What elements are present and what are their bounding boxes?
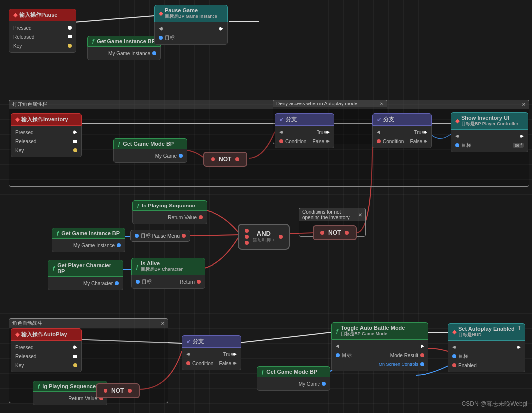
branch1-node: ↙ 分支 True Condition False <box>275 113 334 148</box>
pause-game-node: ◆ Pause Game 目标是BP Game Instance 目标 <box>154 5 228 45</box>
is-alive-node: ƒ Is Alive 目标是BP Character 目标 Return <box>131 258 205 289</box>
not-node-2: NOT <box>313 225 357 240</box>
autoplay-input-node: ◆ 输入操作AutoPlay Pressed Released Key <box>11 328 82 372</box>
target-pin <box>159 36 163 40</box>
toggle-auto-battle-node: ƒ Toggle Auto Battle Mode 目标是BP Game Mod… <box>331 322 428 371</box>
pause-menu-node: 目标 Pause Menu <box>130 230 190 242</box>
branch2-node: ↙ 分支 True Condition False <box>372 113 432 148</box>
watermark: CSDN @暮志未晚Webgl <box>462 400 527 408</box>
inventory-input-node: ◆ 输入操作Inventory Pressed Released Key <box>11 113 82 157</box>
set-autoplay-enabled-node: ◆ Set Autoplay Enabled 目标是HUD ⬆ 目标 Enabl… <box>448 323 525 372</box>
pressed-pin <box>68 26 72 30</box>
is-playing-sequence-node: ƒ Is Playing Sequence Return Value <box>132 200 207 224</box>
pause-input-node: ◆ 输入操作Pause Pressed Released Key <box>9 9 76 53</box>
diamond-icon: ◆ <box>13 12 17 18</box>
get-game-instance-pause-node: ƒ Get Game Instance BP My Game Instance <box>87 36 161 60</box>
get-player-character-node: ƒ Get Player Character BP My Character <box>48 260 123 290</box>
show-inventory-node: ◆ Show Inventory UI 目标是BP Player Control… <box>451 112 528 152</box>
exec-out-pin <box>219 26 223 31</box>
get-game-instance-main-node: ƒ Get Game Instance BP My Game Instance <box>52 228 125 252</box>
and-node: AND 添加引脚 + <box>238 224 290 250</box>
released-pin <box>68 35 72 38</box>
exec-in-pin <box>159 26 163 31</box>
branch3-node: ↙ 分支 True Condition False <box>182 335 241 370</box>
get-game-mode-node: ƒ Get Game Mode BP My Game <box>113 138 187 163</box>
game-instance-out-pin <box>152 51 156 55</box>
key-pin <box>68 44 72 48</box>
not-node-top: NOT <box>203 152 247 167</box>
get-game-mode-bottom-node: ƒ Get Game Mode BP My Game <box>257 366 330 391</box>
not-node-3: NOT <box>96 383 140 398</box>
